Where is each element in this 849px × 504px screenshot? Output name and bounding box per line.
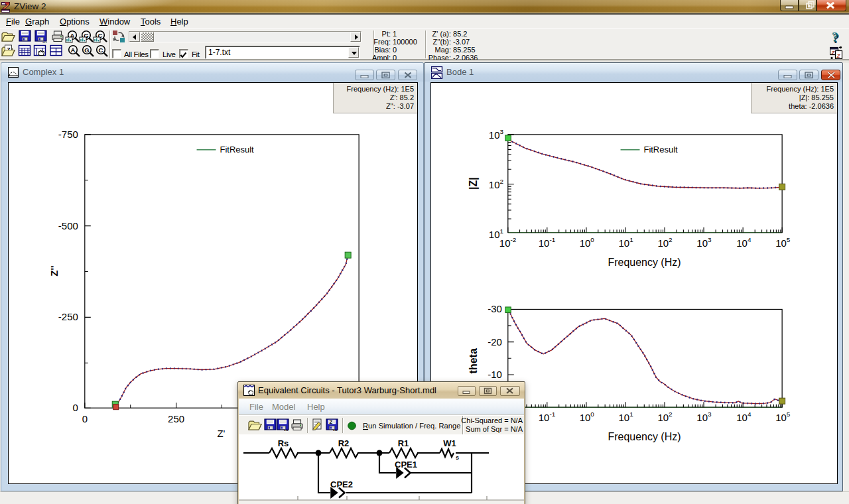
- svg-text:Run Simulation / Freq. Range: Run Simulation / Freq. Range: [363, 422, 460, 430]
- svg-text:Z': Z': [217, 428, 225, 439]
- svg-text:R2: R2: [338, 438, 350, 448]
- svg-text:s: s: [456, 454, 459, 461]
- svg-text:250: 250: [168, 413, 184, 424]
- svg-text:Z'': Z'': [48, 265, 60, 276]
- svg-text:10-2: 10-2: [499, 236, 517, 249]
- svg-text:103: 103: [489, 128, 504, 141]
- svg-text:105: 105: [775, 236, 791, 249]
- svg-text:104: 104: [736, 236, 751, 249]
- svg-text:...: ...: [42, 38, 47, 44]
- svg-text:-10: -10: [488, 369, 502, 380]
- svg-text:-30: -30: [488, 303, 502, 314]
- svg-text:CPE2: CPE2: [330, 479, 353, 489]
- svg-text:100: 100: [580, 410, 595, 423]
- svg-text:Frequency (Hz): Frequency (Hz): [608, 431, 681, 442]
- svg-text:FitResult: FitResult: [220, 145, 254, 155]
- svg-text:0: 0: [73, 402, 78, 413]
- svg-text:W1: W1: [443, 438, 456, 448]
- svg-text:G: G: [84, 46, 89, 54]
- svg-text:-20: -20: [488, 336, 502, 347]
- svg-text:R1: R1: [398, 438, 409, 448]
- svg-text:0: 0: [82, 413, 88, 424]
- svg-text:102: 102: [489, 178, 504, 190]
- svg-text:102: 102: [657, 236, 673, 249]
- svg-text:10-1: 10-1: [539, 410, 556, 423]
- svg-text:theta: theta: [468, 348, 479, 373]
- svg-text:CPE1: CPE1: [395, 460, 417, 470]
- svg-text:...: ...: [333, 426, 338, 432]
- svg-text:-250: -250: [58, 311, 78, 322]
- svg-text:103: 103: [696, 236, 712, 249]
- svg-text:103: 103: [696, 410, 712, 423]
- svg-text:Frequency (Hz): Frequency (Hz): [608, 257, 681, 268]
- svg-text:FitResult: FitResult: [643, 145, 678, 155]
- svg-text:10-1: 10-1: [539, 236, 556, 249]
- svg-text:102: 102: [657, 410, 673, 423]
- svg-text:C: C: [99, 46, 103, 54]
- svg-text:-500: -500: [58, 220, 78, 231]
- svg-text:104: 104: [736, 410, 751, 423]
- svg-text:Rs: Rs: [278, 438, 289, 448]
- svg-text:Z: Z: [330, 419, 333, 425]
- svg-text:-750: -750: [58, 129, 78, 140]
- svg-text:|Z|: |Z|: [468, 177, 479, 190]
- svg-text:...: ...: [284, 426, 289, 432]
- svg-text:105: 105: [775, 410, 791, 423]
- svg-text:101: 101: [619, 410, 634, 423]
- svg-text:A: A: [71, 46, 76, 54]
- svg-text:100: 100: [580, 236, 595, 249]
- svg-text:101: 101: [619, 236, 634, 249]
